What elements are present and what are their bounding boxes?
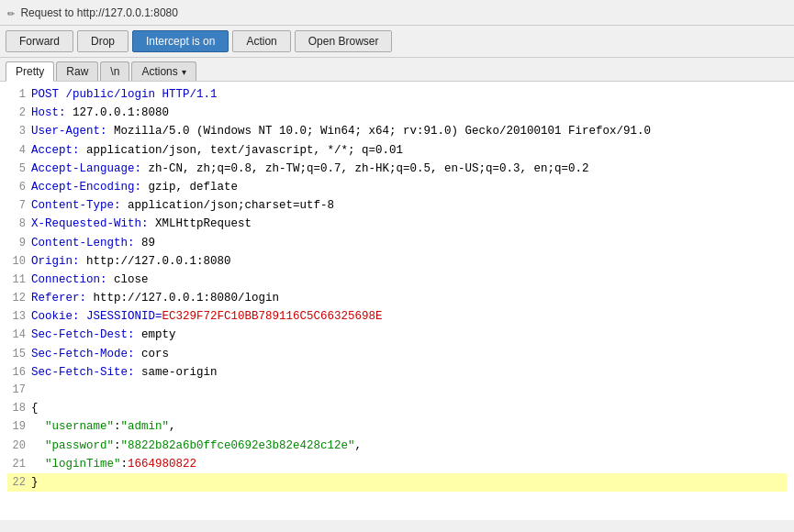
line-text: { [31,399,787,417]
chevron-down-icon: ▾ [182,67,186,77]
line-number: 22 [7,474,26,492]
line-text: Accept-Encoding: gzip, deflate [31,178,787,196]
line-text: Content-Length: 89 [31,234,787,252]
line-number: 12 [7,290,26,307]
title-text: Request to http://127.0.0.1:8080 [20,6,177,19]
line-number: 21 [7,456,26,473]
line-text: Host: 127.0.0.1:8080 [31,104,787,122]
line-6: 6Accept-Encoding: gzip, deflate [7,178,787,196]
tab-actions[interactable]: Actions ▾ [131,61,196,81]
line-number: 15 [7,346,26,363]
line-text: POST /public/login HTTP/1.1 [31,85,787,104]
line-15: 15Sec-Fetch-Mode: cors [7,345,787,363]
line-text: Accept: application/json, text/javascrip… [31,141,787,160]
line-number: 1 [7,86,26,104]
intercept-button[interactable]: Intercept is on [132,30,229,52]
line-text: "password":"8822b82a6b0ffce0692e3b82e428… [31,437,787,455]
line-text: Sec-Fetch-Mode: cors [31,345,787,363]
line-9: 9Content-Length: 89 [7,234,787,252]
line-17: 17 [7,382,787,399]
line-text: X-Requested-With: XMLHttpRequest [31,215,787,233]
line-number: 13 [7,308,26,326]
line-16: 16Sec-Fetch-Site: same-origin [7,363,787,382]
line-number: 5 [7,161,26,178]
line-10: 10Origin: http://127.0.0.1:8080 [7,252,787,271]
line-text: Origin: http://127.0.0.1:8080 [31,252,787,271]
line-number: 16 [7,364,26,382]
line-text: Accept-Language: zh-CN, zh;q=0.8, zh-TW;… [31,160,787,178]
tab-raw[interactable]: Raw [56,61,98,81]
line-11: 11Connection: close [7,271,787,289]
line-14: 14Sec-Fetch-Dest: empty [7,326,787,344]
line-5: 5Accept-Language: zh-CN, zh;q=0.8, zh-TW… [7,160,787,178]
line-text: "username":"admin", [31,417,787,436]
forward-button[interactable]: Forward [6,30,73,52]
line-text: User-Agent: Mozilla/5.0 (Windows NT 10.0… [31,122,787,140]
open-browser-button[interactable]: Open Browser [295,30,393,52]
line-number: 11 [7,272,26,289]
line-number: 6 [7,179,26,196]
line-18: 18{ [7,399,787,417]
action-button[interactable]: Action [232,30,290,52]
line-21: 21 "loginTime":1664980822 [7,455,787,473]
request-content: 1POST /public/login HTTP/1.12Host: 127.0… [0,82,794,520]
line-text: "loginTime":1664980822 [31,455,787,473]
line-19: 19 "username":"admin", [7,417,787,436]
line-8: 8X-Requested-With: XMLHttpRequest [7,215,787,233]
line-20: 20 "password":"8822b82a6b0ffce0692e3b82e… [7,437,787,455]
line-text: Sec-Fetch-Dest: empty [31,326,787,344]
line-13: 13Cookie: JSESSIONID=EC329F72FC10BB78911… [7,307,787,326]
line-number: 4 [7,142,26,160]
line-text: Sec-Fetch-Site: same-origin [31,363,787,382]
line-number: 10 [7,253,26,271]
line-text: Referer: http://127.0.0.1:8080/login [31,289,787,307]
line-text: } [31,473,787,492]
line-number: 9 [7,235,26,252]
line-number: 7 [7,197,26,215]
line-text: Connection: close [31,271,787,289]
tab-bar: Pretty Raw \n Actions ▾ [0,58,794,82]
line-number: 20 [7,438,26,455]
line-number: 3 [7,123,26,140]
line-2: 2Host: 127.0.0.1:8080 [7,104,787,122]
line-text: Cookie: JSESSIONID=EC329F72FC10BB789116C… [31,307,787,326]
line-number: 2 [7,105,26,122]
line-12: 12Referer: http://127.0.0.1:8080/login [7,289,787,307]
line-number: 19 [7,418,26,436]
line-4: 4Accept: application/json, text/javascri… [7,141,787,160]
line-number: 14 [7,327,26,344]
line-number: 18 [7,400,26,417]
tab-pretty[interactable]: Pretty [6,61,54,82]
line-3: 3User-Agent: Mozilla/5.0 (Windows NT 10.… [7,122,787,140]
line-text: Content-Type: application/json;charset=u… [31,196,787,215]
line-22: 22} [7,473,787,492]
edit-icon: ✏ [7,5,15,20]
line-1: 1POST /public/login HTTP/1.1 [7,85,787,104]
line-number: 8 [7,216,26,233]
title-bar: ✏ Request to http://127.0.0.1:8080 [0,0,794,26]
line-number: 17 [7,382,26,399]
tab-ln[interactable]: \n [100,61,129,81]
toolbar: Forward Drop Intercept is on Action Open… [0,26,794,58]
line-7: 7Content-Type: application/json;charset=… [7,196,787,215]
drop-button[interactable]: Drop [77,30,129,52]
